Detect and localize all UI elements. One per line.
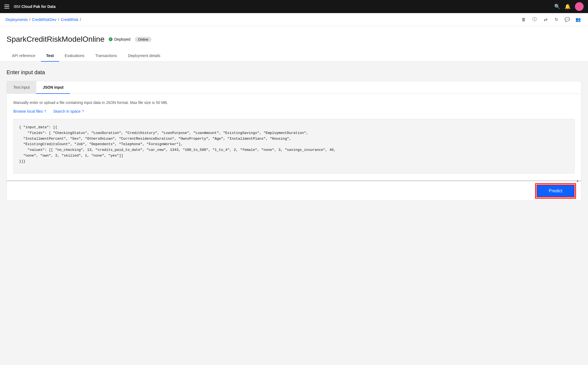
breadcrumb-sep-1: / [29,17,31,22]
tab-deployment-details[interactable]: Deployment details [122,50,166,62]
json-input-content: Manually enter or upload a file containi… [7,94,581,180]
search-external-link-icon: ↗ [81,109,85,114]
search-in-space-link[interactable]: Search in space ↗ [53,109,84,113]
users-icon: 👥 [575,17,581,22]
tab-transactions[interactable]: Transactions [90,50,123,62]
hamburger-menu[interactable] [4,5,9,8]
main-tabs: API reference Test Evaluations Transacti… [0,50,588,62]
delete-icon: 🗑 [522,17,526,22]
share-icon: ⇄ [544,17,547,22]
breadcrumb-creditrisk[interactable]: CreditRisk [61,17,78,22]
share-button[interactable]: ⇄ [541,15,550,24]
info-button[interactable]: ⓘ [530,15,539,24]
input-tab-json[interactable]: JSON input [36,81,70,94]
breadcrumb-deployments[interactable]: Deployments [5,17,28,22]
status-badge: Deployed [109,37,130,41]
notification-icon[interactable]: 🔔 [565,4,571,10]
comment-button[interactable]: 💬 [563,15,572,24]
app-title: IBM Cloud Pak for Data [14,4,56,9]
breadcrumb-creditriskdev[interactable]: CreditRiskDev [32,17,56,22]
tab-test[interactable]: Test [41,50,59,62]
json-description: Manually enter or upload a file containi… [13,100,575,105]
top-navigation: IBM Cloud Pak for Data 🔍 🔔 [0,0,588,13]
avatar[interactable] [575,2,584,11]
tab-evaluations[interactable]: Evaluations [59,50,90,62]
breadcrumb-sep-3: / [80,17,81,22]
input-card: Text input JSON input Manually enter or … [7,81,581,201]
comment-icon: 💬 [565,17,570,22]
breadcrumb-actions: 🗑 ⓘ ⇄ ↻ 💬 👥 [519,15,583,24]
page-title: SparkCreditRiskModelOnline [7,35,104,44]
breadcrumb-sep-2: / [58,17,59,22]
browse-local-files-link[interactable]: Browse local files ↗ [13,109,47,113]
delete-button[interactable]: 🗑 [519,15,528,24]
input-tab-text[interactable]: Text input [7,81,36,94]
deployed-label: Deployed [114,37,130,41]
search-icon[interactable]: 🔍 [554,4,560,10]
browse-external-link-icon: ↗ [43,109,48,114]
users-button[interactable]: 👥 [574,15,583,24]
file-links: Browse local files ↗ Search in space ↗ [13,109,575,113]
top-nav-actions: 🔍 🔔 [554,2,584,11]
input-tabs: Text input JSON input [7,81,581,94]
page-header: SparkCreditRiskModelOnline Deployed Onli… [0,26,588,50]
history-icon: ↻ [555,17,558,22]
info-icon: ⓘ [532,17,537,22]
predict-button[interactable]: Predict [537,185,575,197]
breadcrumb-bar: Deployments / CreditRiskDev / CreditRisk… [0,13,588,26]
main-content: Enter input data Text input JSON input M… [0,62,588,365]
section-title: Enter input data [7,69,581,76]
deployed-status-dot [109,37,113,41]
online-pill: Online [135,37,152,42]
resize-arrow-icon: ▲ [576,179,579,182]
tab-api-reference[interactable]: API reference [7,50,41,62]
history-button[interactable]: ↻ [552,15,561,24]
breadcrumb: Deployments / CreditRiskDev / CreditRisk… [5,17,519,22]
json-code-editor[interactable]: { "input_data": [{ "fields": [ "Checking… [13,119,575,173]
bottom-bar: Predict [7,181,581,201]
